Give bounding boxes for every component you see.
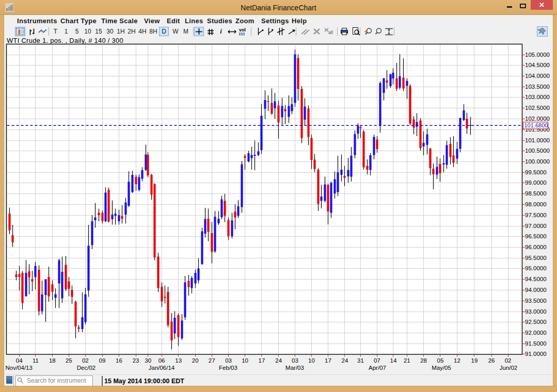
svg-text:18: 18 [49, 357, 56, 364]
svg-text:103.0000: 103.0000 [525, 94, 550, 100]
svg-text:13: 13 [175, 357, 182, 364]
svg-text:24: 24 [275, 357, 282, 364]
svg-text:03: 03 [292, 357, 298, 364]
svg-text:04: 04 [16, 357, 23, 364]
svg-text:23: 23 [133, 357, 139, 364]
svg-text:31: 31 [357, 357, 364, 364]
svg-text:101.6800: 101.6800 [524, 122, 548, 128]
svg-text:Jun/02: Jun/02 [500, 365, 518, 371]
svg-text:12: 12 [454, 357, 460, 364]
svg-text:91.0000: 91.0000 [525, 351, 547, 357]
svg-text:Apr/07: Apr/07 [369, 365, 386, 371]
svg-text:104.0000: 104.0000 [525, 73, 550, 79]
svg-text:24: 24 [342, 357, 348, 364]
svg-text:10: 10 [308, 357, 315, 364]
svg-text:92.0000: 92.0000 [525, 330, 547, 336]
svg-text:10: 10 [242, 357, 248, 364]
svg-text:14: 14 [390, 357, 397, 364]
svg-text:94.5000: 94.5000 [525, 276, 547, 282]
svg-text:94.0000: 94.0000 [525, 287, 547, 293]
svg-text:104.5000: 104.5000 [525, 62, 550, 68]
svg-text:May/05: May/05 [432, 365, 451, 371]
svg-text:19: 19 [471, 357, 478, 364]
svg-text:99.5000: 99.5000 [525, 169, 547, 175]
svg-text:91.5000: 91.5000 [525, 340, 547, 347]
svg-text:06: 06 [158, 357, 165, 364]
svg-text:17: 17 [259, 357, 265, 364]
svg-text:30: 30 [145, 357, 151, 364]
svg-text:101.0000: 101.0000 [525, 137, 550, 143]
svg-text:105.0000: 105.0000 [525, 52, 550, 58]
svg-text:99.0000: 99.0000 [525, 179, 547, 186]
svg-text:28: 28 [420, 357, 427, 364]
svg-text:103.5000: 103.5000 [525, 84, 550, 90]
svg-text:97.0000: 97.0000 [525, 223, 547, 229]
svg-text:98.0000: 98.0000 [525, 201, 547, 207]
svg-text:Mar/03: Mar/03 [285, 365, 304, 371]
svg-text:98.5000: 98.5000 [525, 190, 547, 197]
svg-text:25: 25 [66, 357, 72, 364]
svg-text:93.5000: 93.5000 [525, 298, 547, 304]
svg-text:03: 03 [225, 357, 232, 364]
svg-text:16: 16 [116, 357, 122, 364]
svg-text:102.0000: 102.0000 [525, 116, 550, 122]
svg-text:all: all [328, 30, 333, 35]
svg-text:20: 20 [192, 357, 199, 364]
svg-text:09: 09 [99, 357, 106, 364]
svg-text:Nov/04/13: Nov/04/13 [5, 365, 32, 371]
svg-text:02: 02 [505, 357, 512, 364]
svg-text:92.5000: 92.5000 [525, 319, 547, 325]
svg-text:Dec/02: Dec/02 [77, 365, 96, 371]
svg-text:95.0000: 95.0000 [525, 265, 547, 271]
svg-text:11: 11 [33, 357, 39, 364]
svg-text:97.5000: 97.5000 [525, 212, 547, 218]
svg-text:02: 02 [82, 357, 89, 364]
svg-text:Feb/03: Feb/03 [219, 365, 237, 371]
svg-text:93.0000: 93.0000 [525, 308, 547, 315]
svg-text:26: 26 [488, 357, 495, 364]
svg-text:100.0000: 100.0000 [525, 158, 550, 165]
svg-text:100.5000: 100.5000 [525, 148, 550, 154]
svg-text:07: 07 [374, 357, 380, 364]
svg-text:05: 05 [437, 357, 444, 364]
svg-text:Jan/06/14: Jan/06/14 [149, 365, 175, 371]
svg-text:102.5000: 102.5000 [525, 105, 550, 111]
svg-text:17: 17 [325, 357, 331, 364]
svg-text:21: 21 [404, 357, 410, 364]
svg-text:vol: vol [239, 27, 246, 32]
svg-text:96.0000: 96.0000 [525, 244, 547, 250]
svg-text:95.5000: 95.5000 [525, 255, 547, 261]
svg-text:96.5000: 96.5000 [525, 233, 547, 239]
svg-text:...: ... [21, 381, 24, 384]
svg-text:27: 27 [209, 357, 215, 364]
